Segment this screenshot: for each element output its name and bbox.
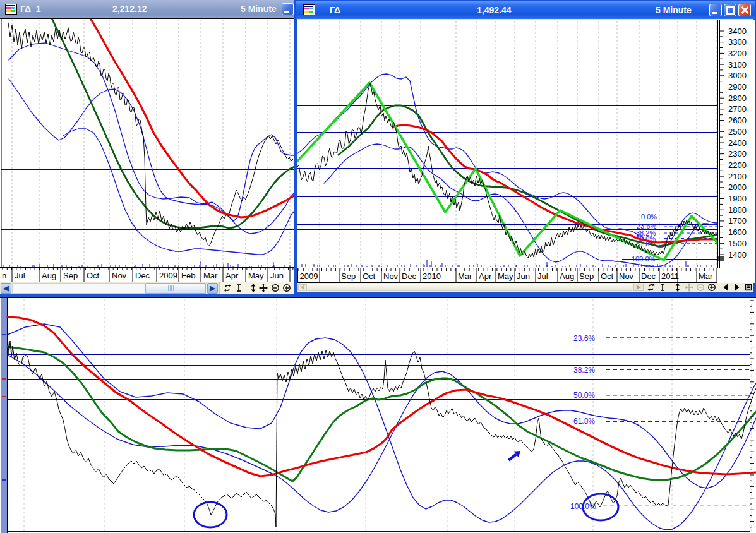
svg-text:2700: 2700 (728, 104, 747, 114)
svg-text:Nov: Nov (383, 272, 399, 281)
svg-text:Nov: Nov (112, 271, 127, 280)
svg-text:2100: 2100 (728, 172, 747, 181)
svg-text:2009: 2009 (159, 271, 177, 280)
svg-text:Feb: Feb (181, 271, 195, 280)
svg-text:Aug: Aug (42, 271, 56, 280)
svg-text:38.2%: 38.2% (573, 366, 595, 374)
svg-text:2200: 2200 (728, 160, 747, 170)
svg-text:1400: 1400 (728, 250, 747, 260)
svg-text:Dec: Dec (135, 271, 150, 280)
svg-text:Jul: Jul (537, 272, 548, 281)
svg-text:2500: 2500 (728, 127, 747, 136)
svg-text:Oct: Oct (363, 272, 376, 281)
svg-text:23.6%: 23.6% (573, 334, 595, 343)
svg-text:2400: 2400 (728, 138, 747, 148)
svg-text:3200: 3200 (728, 49, 747, 58)
svg-text:Sep: Sep (63, 271, 78, 280)
svg-text:Apr: Apr (479, 272, 492, 281)
svg-text:2009: 2009 (300, 272, 318, 281)
svg-text:Apr: Apr (225, 271, 239, 280)
svg-text:n: n (2, 271, 6, 280)
svg-text:1500: 1500 (728, 239, 747, 248)
svg-text:61.8%: 61.8% (573, 417, 595, 426)
svg-text:May: May (498, 272, 513, 281)
svg-text:Mar: Mar (699, 272, 713, 281)
svg-text:Dec: Dec (402, 272, 417, 281)
svg-text:3100: 3100 (728, 60, 747, 69)
svg-text:3400: 3400 (728, 27, 747, 36)
svg-text:2600: 2600 (728, 116, 747, 125)
svg-text:2900: 2900 (728, 82, 747, 92)
svg-text:Nov: Nov (619, 272, 634, 281)
svg-text:1900: 1900 (728, 194, 747, 203)
svg-text:2300: 2300 (728, 149, 747, 159)
svg-text:Jun: Jun (270, 271, 284, 280)
svg-text:Jun: Jun (517, 272, 530, 281)
svg-text:Mar: Mar (458, 272, 472, 281)
svg-text:2000: 2000 (728, 183, 747, 192)
svg-text:Oct: Oct (601, 272, 614, 281)
svg-text:Dec: Dec (641, 272, 656, 281)
svg-text:1800: 1800 (728, 205, 747, 215)
svg-text:3300: 3300 (728, 37, 747, 47)
svg-text:May: May (248, 271, 264, 280)
svg-text:50.0%: 50.0% (573, 391, 595, 400)
svg-text:Oct: Oct (87, 271, 100, 280)
svg-text:2011: 2011 (661, 272, 679, 281)
svg-text:Sep: Sep (341, 272, 356, 281)
svg-text:1600: 1600 (728, 227, 747, 237)
svg-text:2800: 2800 (728, 93, 747, 103)
svg-text:Mar: Mar (203, 271, 218, 280)
svg-text:1700: 1700 (728, 216, 747, 225)
svg-text:100.0%: 100.0% (632, 255, 656, 263)
svg-text:Sep: Sep (579, 272, 594, 281)
svg-text:Aug: Aug (560, 272, 574, 281)
svg-text:3000: 3000 (728, 71, 747, 80)
svg-text:Jul: Jul (15, 271, 25, 280)
svg-text:2010: 2010 (423, 272, 441, 281)
svg-text:0.0%: 0.0% (641, 213, 657, 220)
